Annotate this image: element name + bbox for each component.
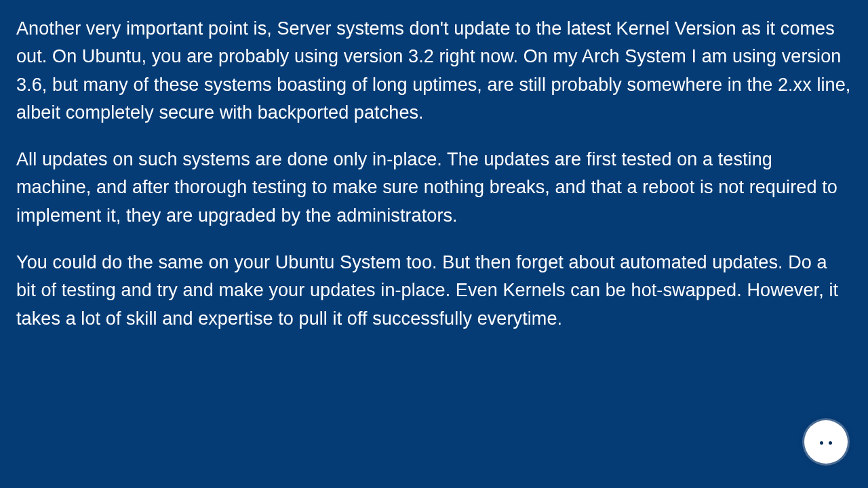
avatar-face-icon — [818, 441, 833, 447]
paragraph-1: Another very important point is, Server … — [16, 15, 852, 127]
assistant-avatar[interactable] — [804, 420, 848, 464]
paragraph-2: All updates on such systems are done onl… — [16, 146, 852, 230]
document-page: Another very important point is, Server … — [0, 0, 868, 488]
paragraph-3: You could do the same on your Ubuntu Sys… — [16, 249, 852, 333]
